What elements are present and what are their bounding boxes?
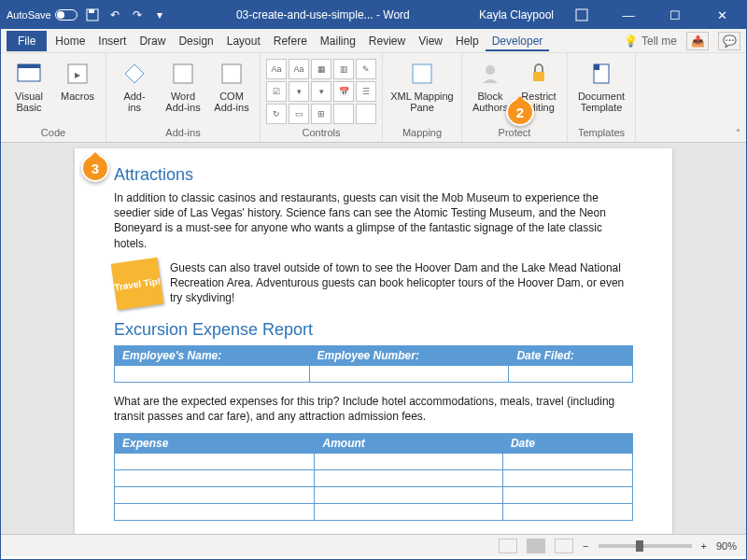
th-amount[interactable]: Amount — [315, 434, 502, 454]
zoom-out-button[interactable]: − — [583, 540, 588, 552]
redo-icon[interactable]: ↷ — [130, 7, 145, 22]
control-repeating[interactable]: ↻ — [266, 104, 287, 124]
zoom-slider[interactable] — [599, 544, 692, 548]
addins-button[interactable]: Add- ins — [112, 59, 157, 113]
menubar: File Home Insert Draw Design Layout Refe… — [1, 29, 746, 53]
collapse-ribbon-icon[interactable]: ˄ — [736, 128, 740, 138]
macros-button[interactable]: ▶Macros — [55, 59, 100, 102]
paragraph-tip[interactable]: Guests can also travel outside of town t… — [170, 260, 633, 307]
document-area[interactable]: Attractions In addition to classic casin… — [1, 143, 746, 534]
control-plain-text[interactable]: Aa — [289, 59, 309, 79]
table-cell[interactable] — [502, 504, 632, 521]
table-cell[interactable] — [309, 365, 509, 382]
control-picture[interactable]: ▦ — [311, 59, 331, 79]
lightbulb-icon: 💡 — [624, 35, 638, 48]
tab-home[interactable]: Home — [49, 31, 92, 51]
th-date[interactable]: Date — [502, 434, 632, 454]
com-addins-button[interactable]: COM Add-ins — [209, 59, 254, 113]
table-cell[interactable] — [502, 454, 632, 470]
tab-insert[interactable]: Insert — [92, 31, 133, 51]
table-cell[interactable] — [509, 365, 633, 382]
control-legacy[interactable]: ▭ — [289, 104, 309, 124]
control-properties[interactable]: ☰ — [356, 81, 376, 102]
table-cell[interactable] — [315, 487, 502, 504]
ribbon-options-icon[interactable] — [563, 1, 600, 29]
table-cell[interactable] — [502, 487, 632, 504]
control-rich-text[interactable]: Aa — [266, 59, 287, 79]
window-title: 03-create-and-use-simple... - Word — [167, 8, 479, 21]
control-building-block[interactable]: ▥ — [333, 59, 354, 79]
close-button[interactable]: ✕ — [703, 1, 740, 29]
heading-attractions[interactable]: Attractions — [114, 165, 633, 185]
control-design-mode[interactable]: ✎ — [356, 59, 376, 79]
table-cell[interactable] — [315, 454, 502, 470]
document-template-button[interactable]: Document Template — [573, 59, 629, 113]
tab-draw[interactable]: Draw — [133, 31, 172, 51]
tell-me-search[interactable]: 💡Tell me — [624, 35, 677, 48]
control-dropdown[interactable]: ▾ — [311, 81, 331, 102]
table-cell[interactable] — [115, 454, 315, 470]
th-emp-name[interactable]: Employee's Name: — [115, 345, 310, 365]
heading-report[interactable]: Excursion Expense Report — [114, 320, 633, 340]
table-cell[interactable] — [502, 470, 632, 487]
group-code: Visual Basic ▶Macros Code — [1, 53, 106, 142]
table-cell[interactable] — [115, 470, 315, 487]
tab-help[interactable]: Help — [449, 31, 486, 51]
table-cell[interactable] — [115, 504, 315, 521]
document-template-icon — [586, 59, 616, 89]
table-cell[interactable] — [315, 504, 502, 521]
svg-rect-4 — [18, 64, 40, 68]
read-mode-button[interactable] — [499, 539, 517, 553]
tab-layout[interactable]: Layout — [220, 31, 267, 51]
block-authors-button[interactable]: Block Authors — [468, 59, 513, 113]
svg-rect-2 — [576, 9, 587, 21]
undo-icon[interactable]: ↶ — [107, 7, 122, 22]
callout-3: 3 — [81, 154, 109, 182]
tab-view[interactable]: View — [412, 31, 449, 51]
visual-basic-button[interactable]: Visual Basic — [7, 59, 51, 113]
autosave-toggle[interactable]: AutoSave — [7, 9, 78, 21]
table-cell[interactable] — [315, 470, 502, 487]
titlebar: AutoSave ↶ ↷ ▾ 03-create-and-use-simple.… — [1, 1, 746, 29]
save-icon[interactable] — [85, 7, 100, 22]
tab-file[interactable]: File — [7, 31, 47, 51]
control-date[interactable]: 📅 — [333, 81, 354, 102]
th-date-filed[interactable]: Date Filed: — [509, 345, 633, 365]
svg-rect-14 — [594, 64, 599, 70]
th-emp-number[interactable]: Employee Number: — [309, 345, 509, 365]
share-button[interactable]: 📤 — [686, 32, 709, 50]
paragraph-3[interactable]: What are the expected expenses for this … — [114, 394, 633, 424]
qat-dropdown-icon[interactable]: ▾ — [152, 7, 167, 22]
tell-me-label: Tell me — [641, 35, 677, 48]
zoom-in-button[interactable]: + — [701, 540, 707, 552]
tab-design[interactable]: Design — [172, 31, 219, 51]
tab-mailings[interactable]: Mailing — [314, 31, 362, 51]
callout-2: 2 — [506, 98, 534, 126]
user-name[interactable]: Kayla Claypool — [479, 8, 554, 21]
group-addins-label: Add-ins — [112, 127, 254, 140]
print-layout-button[interactable] — [527, 539, 545, 553]
table-employee[interactable]: Employee's Name: Employee Number: Date F… — [114, 345, 633, 383]
table-cell[interactable] — [115, 365, 310, 382]
group-addins: Add- ins Word Add-ins COM Add-ins Add-in… — [106, 53, 261, 142]
paragraph-1[interactable]: In addition to classic casinos and resta… — [114, 190, 633, 251]
word-addins-button[interactable]: Word Add-ins — [161, 59, 205, 113]
comments-button[interactable]: 💬 — [718, 32, 740, 50]
web-layout-button[interactable] — [555, 539, 573, 553]
control-checkbox[interactable]: ☑ — [266, 81, 287, 102]
group-mapping-label: Mapping — [388, 127, 456, 140]
zoom-level[interactable]: 90% — [716, 540, 737, 552]
svg-marker-7 — [125, 64, 144, 83]
table-cell[interactable] — [115, 487, 315, 504]
control-group[interactable]: ⊞ — [311, 104, 331, 124]
tab-review[interactable]: Review — [362, 31, 412, 51]
control-combobox[interactable]: ▾ — [289, 81, 309, 102]
minimize-button[interactable]: — — [610, 1, 647, 29]
table-expenses[interactable]: Expense Amount Date — [114, 433, 633, 521]
th-expense[interactable]: Expense — [115, 434, 315, 454]
xml-mapping-button[interactable]: XML Mapping Pane — [388, 59, 456, 113]
tab-developer[interactable]: Developer — [486, 31, 550, 51]
group-templates-label: Templates — [573, 127, 629, 140]
maximize-button[interactable]: ☐ — [656, 1, 694, 29]
tab-references[interactable]: Refere — [267, 31, 314, 51]
